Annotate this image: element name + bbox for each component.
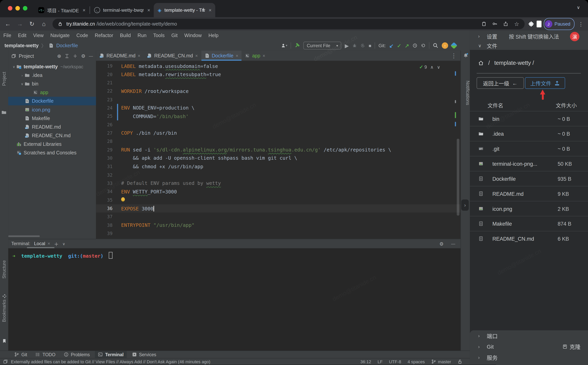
editor-tab-dockerfile[interactable]: Dockerfile× xyxy=(201,50,242,61)
line-number[interactable]: 27 xyxy=(96,130,113,136)
password-key-icon[interactable] xyxy=(492,21,497,26)
editor-tab-app[interactable]: app× xyxy=(242,50,269,61)
run-coverage-button[interactable] xyxy=(360,43,365,48)
section-git[interactable]: ›Git克隆 xyxy=(470,341,588,352)
share-icon[interactable] xyxy=(503,21,508,26)
code-line-30[interactable]: 30 && apk add -U openssh-client sshpass … xyxy=(96,154,461,162)
clipboard-icon[interactable] xyxy=(482,21,486,26)
terminal-tab-local[interactable]: Local × xyxy=(34,241,50,246)
chevron-icon[interactable]: ∨ xyxy=(20,82,25,86)
close-icon[interactable]: × xyxy=(209,7,212,13)
line-number[interactable]: 24 xyxy=(96,105,113,111)
menu-build[interactable]: Build xyxy=(117,30,134,41)
menu-run[interactable]: Run xyxy=(134,30,150,41)
code-line-33[interactable]: 33# Default ENV params used by wetty xyxy=(96,179,461,188)
user-account-button[interactable]: ▾ xyxy=(281,43,287,48)
breadcrumb-path[interactable]: template-wetty / xyxy=(494,60,534,66)
menu-help[interactable]: Help xyxy=(205,30,222,41)
clone-button[interactable]: 克隆 xyxy=(562,343,580,351)
line-number[interactable]: 29 xyxy=(96,147,113,152)
code-line-34[interactable]: 34ENV WETTY_PORT=3000 xyxy=(96,188,461,196)
file-row--idea[interactable]: .idea~ 0 B xyxy=(470,126,588,141)
status-message[interactable]: Externally added files can be added to G… xyxy=(11,359,210,364)
line-number[interactable]: 28 xyxy=(96,139,113,144)
hide-panel-icon[interactable]: — xyxy=(89,54,93,58)
build-button[interactable] xyxy=(294,43,300,49)
line-number[interactable]: 32 xyxy=(96,172,113,178)
code-line-38[interactable]: 38ENTRYPOINT "/usr/bin/app" xyxy=(96,221,461,229)
run-configuration-select[interactable]: Current File▾ xyxy=(303,42,341,49)
home-icon[interactable] xyxy=(478,60,484,66)
line-number[interactable]: 34 xyxy=(96,189,113,194)
browser-menu-icon[interactable]: ⋮ xyxy=(577,21,585,27)
line-number[interactable]: 35 xyxy=(96,197,113,203)
code-line-27[interactable]: 27COPY ./bin /usr/bin xyxy=(96,129,461,137)
git-push-button[interactable]: ↗ xyxy=(405,43,409,48)
line-number[interactable]: 33 xyxy=(96,181,113,186)
tree-item-scratches-and-consoles[interactable]: Scratches and Consoles xyxy=(8,148,96,157)
code-line-29[interactable]: 29RUN sed -i 's/dl-cdn.alpinelinux.org/m… xyxy=(96,146,461,154)
line-number[interactable]: 38 xyxy=(96,223,113,228)
debug-button[interactable] xyxy=(352,43,357,48)
menu-view[interactable]: View xyxy=(30,30,47,41)
go-up-button[interactable]: 返回上一级 ← xyxy=(476,77,524,89)
code-line-35[interactable]: 35 xyxy=(96,196,461,204)
structure-icon[interactable] xyxy=(2,294,7,298)
files-section-row[interactable]: ∨ 文件 xyxy=(470,41,588,50)
expand-all-icon[interactable] xyxy=(65,54,70,58)
rollback-icon[interactable] xyxy=(421,43,426,48)
tree-item-dockerfile[interactable]: Dockerfile xyxy=(8,97,96,105)
line-ending[interactable]: LF xyxy=(378,359,383,364)
upload-file-button[interactable]: 上传文件 xyxy=(525,77,565,89)
terminal-output[interactable]: ➜ template-wetty git:(master) xyxy=(8,248,461,351)
terminal-minimize-icon[interactable]: — xyxy=(451,241,455,246)
toolwindow-git[interactable]: Git xyxy=(11,351,30,358)
code-line-28[interactable]: 28 xyxy=(96,137,461,146)
terminal-settings-icon[interactable]: ⚙ xyxy=(440,241,444,246)
toolwindow-terminal[interactable]: Terminal xyxy=(95,351,127,358)
chevron-icon[interactable]: › xyxy=(20,73,25,77)
breadcrumb-file[interactable]: Dockerfile xyxy=(56,43,78,49)
file-row--git[interactable]: git.git~ 0 B xyxy=(470,141,588,156)
code-line-20[interactable]: 20LABEL metadata.rewritesubpath=true xyxy=(96,70,461,79)
menu-navigate[interactable]: Navigate xyxy=(47,30,73,41)
project-strip-icon[interactable] xyxy=(1,110,7,115)
indent-size[interactable]: 4 spaces xyxy=(408,359,425,364)
git-commit-button[interactable]: ✓ xyxy=(397,43,401,48)
browser-tab[interactable]: ›_terminal-wetty-bwqryafz - Tita× xyxy=(90,3,154,17)
tool-strip-structure[interactable]: Structure xyxy=(1,270,7,279)
code-line-22[interactable]: 22WORKDIR /root/workspace xyxy=(96,87,461,95)
code-line-24[interactable]: 24ENV NODE_ENV=production \ xyxy=(96,104,461,112)
line-number[interactable]: 31 xyxy=(96,164,113,169)
bookmark-star-icon[interactable]: ☆ xyxy=(514,21,519,27)
horizontal-scrollbar[interactable] xyxy=(8,235,40,237)
locate-file-icon[interactable]: ⊕ xyxy=(57,53,61,59)
code-area[interactable]: 19LABEL metadata.usesubdomain=false20LAB… xyxy=(96,62,461,238)
section-服务[interactable]: ›服务 xyxy=(470,352,588,363)
section-端口[interactable]: ›端口 xyxy=(470,330,588,341)
close-icon[interactable]: × xyxy=(48,241,50,246)
minimize-window-button[interactable] xyxy=(15,6,20,11)
tree-item-readme-md[interactable]: MDREADME.md xyxy=(8,123,96,131)
close-icon[interactable]: × xyxy=(138,53,140,58)
git-update-button[interactable]: ↙ xyxy=(389,43,394,48)
demo-badge[interactable]: 演 xyxy=(570,32,579,41)
code-line-23[interactable]: 23 xyxy=(96,95,461,104)
update-available-icon[interactable]: ↑ xyxy=(442,42,448,49)
browser-tab[interactable]: ‹t›项目 - TitanIDE× xyxy=(35,3,89,17)
file-row-bin[interactable]: bin~ 0 B xyxy=(470,111,588,126)
menu-window[interactable]: Window xyxy=(181,30,205,41)
tab-search-button[interactable]: ∨ xyxy=(577,5,580,10)
git-branch-widget[interactable]: master xyxy=(431,359,451,364)
new-tab-button[interactable]: + xyxy=(199,5,209,15)
cursor-position[interactable]: 36:12 xyxy=(360,359,371,364)
close-icon[interactable]: × xyxy=(147,7,150,13)
file-row-icon-png[interactable]: icon.png2 KB xyxy=(470,201,588,216)
line-number[interactable]: 26 xyxy=(96,122,113,127)
line-number[interactable]: 21 xyxy=(96,80,113,85)
bookmark-icon[interactable] xyxy=(2,339,7,344)
tree-item--idea[interactable]: ›.idea xyxy=(8,71,96,79)
menu-file[interactable]: File xyxy=(0,30,15,41)
close-icon[interactable]: × xyxy=(195,53,198,58)
status-corner-icon[interactable] xyxy=(3,359,8,364)
